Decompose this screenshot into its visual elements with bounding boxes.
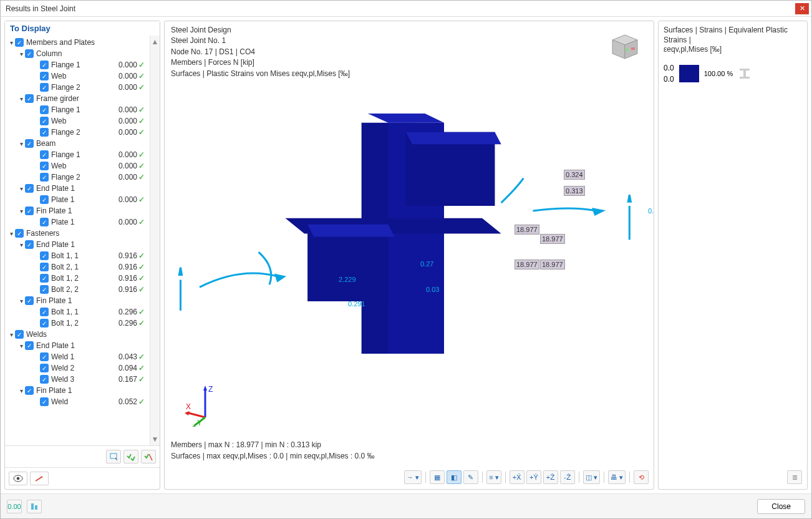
eye-icon[interactable] — [9, 472, 27, 485]
checkbox[interactable]: ✓ — [25, 341, 34, 350]
reset-view-button[interactable]: ⟲ — [634, 470, 649, 484]
tree-item-label[interactable]: Flange 1 — [51, 150, 111, 159]
tree-row[interactable]: ✓Flange 10.000✓ — [5, 104, 150, 115]
tree-item-label[interactable]: Members and Plates — [26, 38, 111, 47]
tree-row[interactable]: ✓Bolt 1, 20.916✓ — [5, 273, 150, 284]
tree-row[interactable]: ✓Web0.000✓ — [5, 115, 150, 127]
tree-item-label[interactable]: Plate 1 — [51, 195, 111, 204]
checkbox[interactable]: ✓ — [40, 319, 49, 327]
tree-twisty[interactable]: ▾ — [7, 39, 15, 46]
grid-tool-button[interactable]: ▦ — [430, 470, 445, 484]
tree-row[interactable]: ▾✓Frame girder — [5, 93, 150, 104]
tree-item-label[interactable]: End Plate 1 — [36, 341, 111, 350]
tree-item-label[interactable]: Bolt 2, 2 — [51, 285, 111, 294]
tree-item-label[interactable]: Bolt 1, 1 — [51, 308, 111, 316]
checkbox[interactable]: ✓ — [40, 162, 49, 170]
tree-item-label[interactable]: Flange 1 — [51, 105, 111, 114]
checkbox[interactable]: ✓ — [40, 195, 49, 204]
tree-row[interactable]: ✓Flange 10.000✓ — [5, 59, 150, 70]
tree-item-label[interactable]: Web — [51, 72, 111, 80]
tree-row[interactable]: ✓Bolt 2, 20.916✓ — [5, 284, 150, 295]
checkbox[interactable]: ✓ — [15, 229, 24, 238]
wireframe-tool-button[interactable]: ✎ — [463, 470, 478, 484]
checkbox[interactable]: ✓ — [40, 375, 49, 384]
tree-item-label[interactable]: Web — [51, 117, 111, 125]
tree-item-label[interactable]: Flange 2 — [51, 83, 111, 92]
checkbox[interactable]: ✓ — [40, 308, 49, 316]
checkbox[interactable]: ✓ — [25, 296, 34, 305]
checkbox[interactable]: ✓ — [40, 117, 49, 125]
arrow-icon[interactable] — [30, 472, 49, 485]
tree-row[interactable]: ✓Weld 10.043✓ — [5, 351, 150, 362]
tree-row[interactable]: ✓Weld 30.167✓ — [5, 374, 150, 385]
tree-item-label[interactable]: Beam — [36, 139, 111, 148]
tree-row[interactable]: ✓Flange 20.000✓ — [5, 172, 150, 183]
tree-item-label[interactable]: Fin Plate 1 — [36, 296, 111, 305]
tree-row[interactable]: ✓Web0.000✓ — [5, 70, 150, 82]
tree-row[interactable]: ▾✓Column — [5, 48, 150, 59]
checkbox[interactable]: ✓ — [40, 173, 49, 182]
tree-twisty[interactable]: ▾ — [17, 387, 25, 394]
tree-row[interactable]: ✓Bolt 1, 10.916✓ — [5, 250, 150, 261]
tree-row[interactable]: ✓Bolt 1, 10.296✓ — [5, 306, 150, 318]
tree-row[interactable]: ▾✓Members and Plates — [5, 37, 150, 48]
arrow-tool-button[interactable]: → ▾ — [404, 470, 422, 484]
tree-item-label[interactable]: Welds — [26, 330, 111, 339]
tree[interactable]: ▾✓Members and Plates▾✓Column✓Flange 10.0… — [5, 36, 150, 445]
checkbox[interactable]: ✓ — [40, 251, 49, 260]
tree-twisty[interactable]: ▾ — [17, 51, 25, 57]
tree-item-label[interactable]: Frame girder — [36, 94, 111, 103]
tree-row[interactable]: ▾✓Welds — [5, 329, 150, 340]
tree-item-label[interactable]: Bolt 1, 1 — [51, 251, 111, 260]
plus-y-view-button[interactable]: +Ŷ — [526, 470, 541, 484]
tree-row[interactable]: ✓Weld0.052✓ — [5, 396, 150, 407]
checkbox[interactable]: ✓ — [40, 397, 49, 406]
tree-item-label[interactable]: Bolt 1, 2 — [51, 274, 111, 283]
checkbox[interactable]: ✓ — [40, 364, 49, 372]
tree-twisty[interactable]: ▾ — [17, 342, 25, 349]
checkbox[interactable]: ✓ — [40, 352, 49, 361]
minus-z-view-button[interactable]: -Ẑ — [560, 470, 575, 484]
tree-item-label[interactable]: Flange 2 — [51, 173, 111, 182]
tree-row[interactable]: ✓Weld 20.094✓ — [5, 362, 150, 374]
tree-item-label[interactable]: Weld 3 — [51, 375, 111, 384]
tree-item-label[interactable]: End Plate 1 — [36, 240, 111, 249]
tree-row[interactable]: ✓Flange 20.000✓ — [5, 82, 150, 93]
checkbox[interactable]: ✓ — [25, 184, 34, 193]
tree-row[interactable]: ✓Web0.000✓ — [5, 160, 150, 172]
tree-row[interactable]: ✓Flange 20.000✓ — [5, 127, 150, 138]
checkbox[interactable]: ✓ — [25, 49, 34, 58]
checkbox[interactable]: ✓ — [15, 38, 24, 47]
tree-row[interactable]: ▾✓Beam — [5, 138, 150, 149]
solid-tool-button[interactable]: ◧ — [447, 470, 462, 484]
checkbox[interactable]: ✓ — [40, 285, 49, 294]
tree-item-label[interactable]: Web — [51, 162, 111, 170]
tree-row[interactable]: ▾✓Fin Plate 1 — [5, 205, 150, 216]
tree-row[interactable]: ▾✓End Plate 1 — [5, 183, 150, 194]
tree-twisty[interactable]: ▾ — [17, 298, 25, 304]
tree-twisty[interactable]: ▾ — [17, 208, 25, 215]
iso-view-button[interactable]: ◫ ▾ — [583, 470, 600, 484]
checkbox[interactable]: ✓ — [40, 218, 49, 226]
close-icon[interactable]: ✕ — [795, 3, 809, 14]
tree-twisty[interactable]: ▾ — [17, 241, 25, 248]
checkbox[interactable]: ✓ — [25, 94, 34, 103]
checkbox[interactable]: ✓ — [40, 72, 49, 80]
tree-scrollbar[interactable]: ▲▼ — [150, 36, 160, 445]
print-button[interactable]: 🖶 ▾ — [608, 470, 626, 484]
close-button[interactable]: Close — [757, 499, 805, 514]
tree-twisty[interactable]: ▾ — [7, 230, 15, 237]
tree-item-label[interactable]: Fin Plate 1 — [36, 206, 111, 215]
legend-settings-button[interactable]: ≣ — [787, 470, 802, 484]
tree-item-label[interactable]: Column — [36, 49, 111, 58]
checkbox[interactable]: ✓ — [25, 386, 34, 395]
checkbox[interactable]: ✓ — [40, 150, 49, 159]
checkbox[interactable]: ✓ — [40, 61, 49, 69]
tree-twisty[interactable]: ▾ — [17, 185, 25, 192]
tree-row[interactable]: ✓Flange 10.000✓ — [5, 149, 150, 160]
tree-item-label[interactable]: Bolt 1, 2 — [51, 319, 111, 327]
checkbox[interactable]: ✓ — [25, 206, 34, 215]
tree-item-label[interactable]: Flange 2 — [51, 128, 111, 137]
checkbox[interactable]: ✓ — [40, 83, 49, 92]
tree-twisty[interactable]: ▾ — [17, 95, 25, 102]
